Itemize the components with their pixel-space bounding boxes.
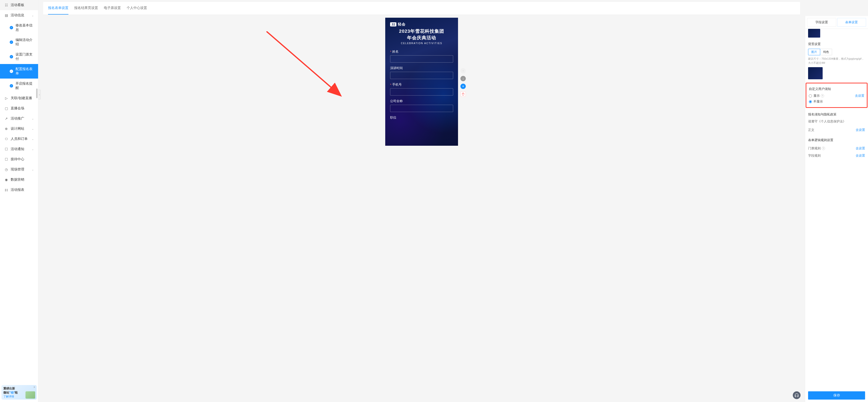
right-panel: 字段设置 表单设置 背景设置 图片 纯色 建议尺寸：750x1334像素，格式为… bbox=[805, 16, 868, 402]
sidebar: ☷ 活动看板 ▤ 活动信息 ⌃ ✓ 修改基本信息 ✓ 编辑活动介绍 ✓ 设置门票… bbox=[0, 0, 38, 402]
phone-preview[interactable]: 31 轻会 2023年雪花科技集团 年会庆典活动 CELEBRATION ACT… bbox=[385, 18, 458, 146]
body-label: 正文 bbox=[808, 128, 814, 132]
sidebar-collapse-handle[interactable]: ‹ bbox=[38, 90, 41, 99]
nav-label: 人员和订单 bbox=[11, 137, 28, 141]
section-title: 自定义用户须知 bbox=[809, 87, 864, 91]
nav-reception[interactable]: ☐ 接待中心 bbox=[0, 154, 38, 164]
tabs: 报名表单设置 报名结果页设置 电子票设置 个人中心设置 bbox=[43, 2, 800, 15]
save-button[interactable]: 保存 bbox=[808, 391, 865, 400]
field-company[interactable]: 公司全称 bbox=[390, 99, 453, 112]
annotation-arrow bbox=[267, 31, 344, 99]
radio-input[interactable] bbox=[809, 100, 812, 103]
nav-edit-activity-intro[interactable]: ✓ 编辑活动介绍 bbox=[0, 35, 38, 49]
check-icon: ✓ bbox=[10, 26, 13, 29]
promo-title: 重磅出新 bbox=[3, 387, 35, 391]
radio-show[interactable]: 显示 ? bbox=[809, 94, 824, 98]
privacy-hint: 请遵守《个人信息保护法》 bbox=[808, 119, 865, 124]
add-field-button[interactable]: + bbox=[460, 83, 466, 89]
tab-result-setting[interactable]: 报名结果页设置 bbox=[74, 2, 98, 14]
nav-activity-report[interactable]: ⫿⫿ 活动报表 bbox=[0, 185, 38, 195]
section-background: 背景设置 图片 纯色 建议尺寸：750x1334像素，格式为jpg/png/gi… bbox=[808, 42, 865, 79]
field-name[interactable]: *姓名 bbox=[390, 49, 453, 63]
help-icon[interactable]: ? bbox=[821, 94, 824, 97]
chevron-down-icon: ⌄ bbox=[32, 168, 34, 171]
calendar-icon: ☷ bbox=[4, 3, 8, 7]
help-icon[interactable]: ? bbox=[822, 147, 825, 150]
go-set-link[interactable]: 去设置 bbox=[855, 94, 864, 98]
bg-option-image[interactable]: 图片 bbox=[808, 49, 820, 55]
field-speech-time[interactable]: 演讲时间 bbox=[390, 66, 453, 79]
nav-ticket-payment[interactable]: ✓ 设置门票支付 bbox=[0, 49, 38, 64]
preview-header: 31 轻会 2023年雪花科技集团 年会庆典活动 CELEBRATION ACT… bbox=[385, 18, 458, 47]
video-icon: ▷ bbox=[4, 96, 8, 100]
nav-signup-notification[interactable]: ✓ 开启报名提醒 bbox=[0, 78, 38, 93]
logo-text: 轻会 bbox=[398, 22, 406, 27]
chart-icon: ⫿⫿ bbox=[4, 188, 8, 192]
check-icon: ✓ bbox=[10, 84, 13, 88]
nav-label: 设置门票支付 bbox=[16, 53, 34, 61]
nav-label: 修改基本信息 bbox=[16, 23, 34, 32]
nav-signup-form[interactable]: ✓ 配置报名表单 bbox=[0, 64, 38, 78]
chevron-down-icon: ⌄ bbox=[32, 118, 34, 120]
radio-hide[interactable]: 不显示 bbox=[809, 99, 864, 104]
nav-promotion[interactable]: ↗ 活动推广 ⌄ bbox=[0, 113, 38, 124]
header-thumb[interactable] bbox=[808, 29, 820, 38]
tab-profile-setting[interactable]: 个人中心设置 bbox=[127, 2, 147, 14]
nav-label: 设计网站 bbox=[11, 127, 24, 131]
bg-thumb[interactable] bbox=[808, 67, 823, 79]
support-icon[interactable] bbox=[793, 391, 801, 399]
go-set-link[interactable]: 去设置 bbox=[856, 146, 865, 150]
nav-label: 关联/创建直播 bbox=[11, 96, 32, 100]
nav-label: 编辑活动介绍 bbox=[16, 38, 34, 46]
tab-eticket-setting[interactable]: 电子票设置 bbox=[104, 2, 121, 14]
field-phone[interactable]: *手机号 bbox=[390, 82, 453, 96]
nav-label: 活动信息 bbox=[11, 13, 24, 18]
preview-title: 2023年雪花科技集团 年会庆典活动 bbox=[390, 28, 453, 41]
dashboard-icon: ◉ bbox=[4, 178, 8, 181]
nav-label: 配置报名表单 bbox=[16, 67, 34, 76]
nav-livestream[interactable]: ▷ 关联/创建直播 bbox=[0, 93, 38, 103]
nav-label: 活动推广 bbox=[11, 116, 24, 121]
nav-label: 直播会场 bbox=[11, 106, 24, 110]
nav-live-venue[interactable]: ▢ 直播会场 bbox=[0, 103, 38, 113]
chevron-down-icon: ⌄ bbox=[32, 138, 34, 140]
nav-onsite-manage[interactable]: ◷ 现场管理 ⌄ bbox=[0, 164, 38, 175]
canvas: 31 轻会 2023年雪花科技集团 年会庆典活动 CELEBRATION ACT… bbox=[38, 15, 805, 402]
note-icon: ▤ bbox=[4, 13, 8, 17]
nav-design-site[interactable]: ⊕ 设计网站 ⌄ bbox=[0, 124, 38, 134]
check-icon: ✓ bbox=[10, 70, 13, 73]
panel-tab-form[interactable]: 表单设置 bbox=[837, 18, 866, 27]
panel-tab-field[interactable]: 字段设置 bbox=[807, 18, 836, 27]
nav-activity-board[interactable]: ☷ 活动看板 bbox=[0, 0, 38, 10]
scrollbar[interactable] bbox=[36, 89, 38, 98]
panel-tabs: 字段设置 表单设置 bbox=[805, 16, 868, 29]
check-icon: ✓ bbox=[10, 55, 13, 59]
tab-form-setting[interactable]: 报名表单设置 bbox=[48, 2, 68, 14]
ticket-rule-label: 门票规则 ? bbox=[808, 146, 825, 150]
section-title: 背景设置 bbox=[808, 42, 865, 46]
field-input bbox=[390, 72, 453, 79]
close-icon[interactable]: × bbox=[33, 386, 35, 389]
nav-activity-info[interactable]: ▤ 活动信息 ⌃ bbox=[0, 10, 38, 20]
nav-people-orders[interactable]: ⚇ 人员和订单 ⌄ bbox=[0, 134, 38, 144]
go-set-link[interactable]: 去设置 bbox=[856, 128, 865, 132]
bg-option-color[interactable]: 纯色 bbox=[820, 49, 832, 55]
move-up-button[interactable]: ↑ bbox=[460, 68, 466, 73]
highlight-user-notice: 自定义用户须知 显示 ? 去设置 不显示 bbox=[806, 83, 868, 108]
delete-field-button[interactable] bbox=[460, 91, 466, 97]
radio-input[interactable] bbox=[809, 94, 812, 97]
go-set-link[interactable]: 去设置 bbox=[856, 154, 865, 158]
field-input bbox=[390, 55, 453, 63]
briefcase-icon: ☐ bbox=[4, 157, 8, 161]
form-fields: *姓名 演讲时间 *手机号 公司全称 bbox=[385, 47, 458, 125]
section-privacy: 报名须知与隐私政策 请遵守《个人信息保护法》 正文 去设置 bbox=[808, 112, 865, 134]
move-down-button[interactable]: ↓ bbox=[460, 76, 466, 81]
nav-activity-notice[interactable]: ☐ 活动通知 ⌄ bbox=[0, 144, 38, 154]
nav-edit-basic-info[interactable]: ✓ 修改基本信息 bbox=[0, 20, 38, 35]
chevron-down-icon: ⌄ bbox=[32, 128, 34, 130]
field-position[interactable]: 职位 bbox=[390, 115, 453, 120]
monitor-icon: ▢ bbox=[4, 106, 8, 110]
nav-data-marketing[interactable]: ◉ 数据营销 bbox=[0, 175, 38, 185]
nav-label: 开启报名提醒 bbox=[16, 81, 34, 90]
globe-icon: ⊕ bbox=[4, 127, 8, 131]
